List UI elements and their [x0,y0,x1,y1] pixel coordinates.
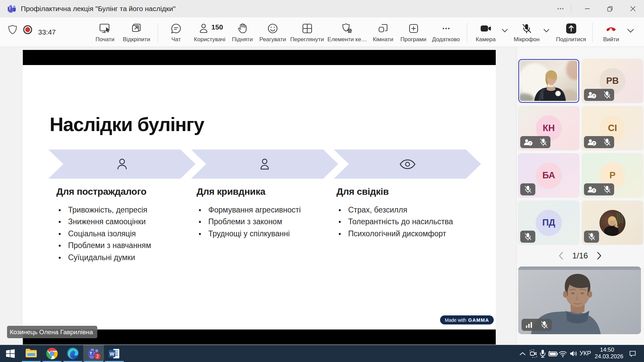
participant-tile-speaker[interactable] [518,59,579,103]
person-exclaim-icon: ! [523,138,533,146]
start-button[interactable] [0,345,21,362]
teams-notification-badge: 2 [94,353,101,360]
tray-clock[interactable]: 14:50 24.03.2026 [595,347,620,360]
slide-title: Наслідки булінгу [50,113,352,135]
tray-language[interactable]: УКР [577,345,594,362]
toolbar-button-camera[interactable]: Камера [472,21,499,46]
pager-label: 1/16 [572,251,588,260]
toolbar-button-people[interactable]: 150 Користувачі [190,21,230,46]
participant-tile[interactable]: РВ ? [582,59,643,103]
svg-text:W: W [110,351,114,357]
witness-eye-icon [349,149,466,179]
edge-icon [67,347,79,360]
bullet-item: Труднощі у спілкуванні [208,229,290,238]
microphone-options-chevron[interactable] [543,28,550,34]
toolbar-button-react[interactable]: Реагувати [256,21,289,46]
mic-off-icon [603,185,611,194]
bullet-dot [59,245,61,247]
toolbar-button-label: Поділитися [556,36,586,43]
toolbar-button-label: Підняти [232,36,253,43]
participant-tile-photo[interactable] [582,201,643,245]
taskbar-word[interactable]: W [104,345,125,362]
bullet-dot [59,257,61,259]
taskbar-chrome[interactable] [42,345,62,362]
bullet-dot [199,233,201,235]
tile-status-overlay: ? [584,183,614,195]
person-question-icon: ? [587,138,597,146]
pager-next-icon[interactable] [597,251,602,260]
bullet-item: Соціальна ізоляція [68,229,136,238]
tray-notifications[interactable] [628,345,637,362]
titlebar-more-button[interactable] [553,0,568,17]
wifi-icon [558,350,568,358]
tray-mic-icon [539,349,546,358]
mic-off-icon [524,232,532,241]
mic-off-icon [587,232,596,241]
bullet-item: Толерантність до насильства [348,217,453,226]
photo-avatar [599,210,626,236]
chat-icon [170,21,182,36]
pager-prev-icon[interactable] [558,251,564,260]
participant-tile-large-video[interactable] [518,266,641,334]
victim-person-icon [63,149,181,179]
chevron-up-icon [519,351,526,356]
bullet-item: Тривожність, депресія [68,205,147,215]
restore-button[interactable] [602,0,618,17]
minimize-button[interactable] [580,0,595,17]
toolbar-button-leave[interactable]: Вийти [598,21,625,46]
tray-meeting-camera[interactable] [527,345,539,362]
tray-wifi[interactable] [557,345,569,362]
call-end-icon [604,21,618,36]
toolbar-button-raise-hand[interactable]: Підняти [228,21,257,46]
svg-text:?: ? [593,94,595,98]
bullet-item: Суїцидальні думки [68,253,135,262]
raised-hand-icon [237,21,248,36]
made-with-gamma-badge[interactable]: Made with GAMMA [440,315,494,324]
svg-text:T: T [9,7,11,11]
svg-text:T: T [90,351,92,356]
column-header-victim: Для постраждалого [56,186,146,197]
tray-show-hidden-icons[interactable] [517,345,528,362]
toolbar-button-unpin[interactable]: Відкріпити [118,21,155,46]
signal-bars-icon [525,321,534,329]
bullet-dot [339,209,341,211]
participant-tile[interactable]: Р ? [582,154,643,197]
camera-on-icon [479,21,492,36]
presenter-name-tag: Козинець Олена Гаврилівна [7,326,97,338]
toolbar-button-apps[interactable]: Програми [396,21,431,46]
participant-tile[interactable]: КН ! [518,106,579,150]
close-button[interactable] [625,0,641,17]
toolbar-button-microphone[interactable]: Мікрофон [512,21,542,46]
speaker-video [520,61,577,101]
participant-tile[interactable]: БА [518,154,579,197]
tile-status-overlay [584,231,599,243]
svg-text:?: ? [593,141,595,145]
bullet-item: Формування агресивності [208,205,301,215]
participant-tile[interactable]: СІ ? [582,106,643,150]
toolbar-button-meeting-options[interactable]: Елементи ке… [327,21,367,46]
bullet-dot [59,233,61,235]
people-icon: 150 [199,21,210,36]
more-dots-icon [440,21,452,36]
taskbar-file-explorer[interactable] [21,345,42,362]
toolbar-button-label: Мікрофон [514,36,539,43]
participant-tile[interactable]: ПД [518,201,579,245]
toolbar-button-chat[interactable]: Чат [164,21,188,46]
toolbar-button-more[interactable]: Додатково [428,21,464,46]
toolbar-button-present[interactable]: Почати [90,21,120,46]
toolbar-divider [467,22,467,42]
bullet-dot [199,221,201,223]
camera-options-chevron[interactable] [501,28,508,34]
mic-off-icon [540,320,549,329]
presentation-slide [23,65,496,329]
taskbar-edge[interactable] [62,345,83,362]
tray-time: 14:50 [595,347,620,353]
leave-options-chevron[interactable] [627,28,635,35]
battery-charging-icon [547,350,558,357]
toolbar-button-rooms[interactable]: Кімнати [368,21,398,46]
toolbar-button-view[interactable]: Переглянути [288,21,326,46]
taskbar-teams-active[interactable]: T 2 [83,345,104,362]
bullet-dot [339,221,341,223]
toolbar-button-share[interactable]: Поділитися [553,21,589,46]
tile-status-overlay: ? [584,136,614,148]
